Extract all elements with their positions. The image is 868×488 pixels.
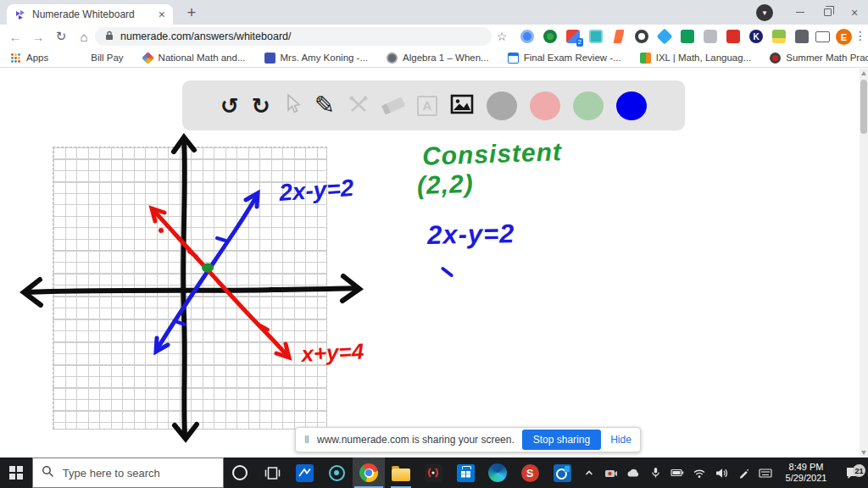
apps-shortcut[interactable]: Apps xyxy=(10,53,48,64)
redo-icon[interactable]: ↻ xyxy=(252,95,270,117)
taskbar-file-explorer-button[interactable] xyxy=(385,458,417,488)
taskbar-task-view-button[interactable] xyxy=(256,458,288,488)
text-tool-icon[interactable]: A xyxy=(417,96,437,116)
taskbar-cortana-button[interactable] xyxy=(224,458,256,488)
bookmark-item-koning[interactable]: Mrs. Amy Koning -... xyxy=(264,53,369,64)
tablet-extension-icon[interactable] xyxy=(772,30,786,43)
taskbar-s-app-button[interactable]: S xyxy=(514,458,546,488)
record-circle-icon xyxy=(329,465,345,481)
blue-point-tick xyxy=(177,322,185,324)
action-center-button[interactable]: 21 xyxy=(836,466,868,480)
address-bar[interactable]: numerade.com/answers/whiteboard/ xyxy=(95,27,492,46)
plus-extension-icon[interactable] xyxy=(543,30,557,43)
edge-icon xyxy=(488,463,507,482)
note-equation: 2x-y=2 xyxy=(427,219,515,251)
gray-extension-icon[interactable] xyxy=(704,30,717,43)
close-window-button[interactable]: × xyxy=(841,0,868,25)
forward-icon[interactable]: → xyxy=(28,25,48,48)
taskbar-recorder-button[interactable] xyxy=(320,458,353,488)
color-swatch-green[interactable] xyxy=(573,92,604,120)
flag-extension-icon[interactable] xyxy=(613,30,624,43)
notification-count-badge: 21 xyxy=(853,464,865,477)
color-swatch-blue-selected[interactable] xyxy=(616,92,647,120)
red-line-label: x+y=4 xyxy=(299,338,365,367)
puzzle-extensions-icon[interactable] xyxy=(795,30,809,43)
hide-share-bar-link[interactable]: Hide xyxy=(610,434,632,446)
bookmark-item-ixl[interactable]: IXL | Math, Languag... xyxy=(640,53,752,64)
pen-icon[interactable] xyxy=(732,468,754,479)
scroll-up-arrow-icon[interactable] xyxy=(861,71,866,75)
ring-extension-icon[interactable] xyxy=(635,30,648,43)
audio-app-icon xyxy=(425,464,442,482)
bookmark-item-final-exam[interactable]: Final Exam Review -... xyxy=(508,53,621,64)
back-icon[interactable]: ← xyxy=(5,25,25,48)
color-swatch-pink[interactable] xyxy=(530,92,560,120)
taskbar-search[interactable] xyxy=(32,458,224,488)
taskbar-chrome-button[interactable] xyxy=(353,458,385,488)
taskbar-audio-app-button[interactable] xyxy=(417,458,449,488)
search-input[interactable] xyxy=(61,466,214,480)
diamond-extension-icon[interactable] xyxy=(656,28,672,44)
url-text[interactable]: numerade.com/answers/whiteboard/ xyxy=(120,30,292,42)
speaker-icon[interactable] xyxy=(710,468,732,479)
scrollbar-thumb[interactable] xyxy=(860,80,867,134)
bookmark-item-national-math[interactable]: National Math and... xyxy=(142,53,246,64)
onedrive-cloud-icon[interactable] xyxy=(622,468,644,478)
outlook-icon xyxy=(554,464,571,482)
taskbar-store-button[interactable] xyxy=(449,458,481,488)
home-icon[interactable]: ⌂ xyxy=(74,25,94,48)
graph-drawing[interactable]: 2x-y=2 x+y=4 xyxy=(17,128,398,458)
pen-tool-icon[interactable]: ✎ xyxy=(314,93,335,118)
cast-icon[interactable] xyxy=(815,31,830,42)
red-point-dot xyxy=(159,228,164,233)
scroll-down-arrow-icon[interactable] xyxy=(861,451,866,455)
shapes-tool-icon[interactable] xyxy=(348,93,370,119)
image-tool-icon[interactable] xyxy=(450,94,474,118)
tray-chevron-up-icon[interactable] xyxy=(578,468,600,478)
flask-extension-icon[interactable]: 2 xyxy=(566,30,580,43)
bookmark-item-summer-math[interactable]: Summer Math Pract... xyxy=(770,53,868,64)
reload-icon[interactable]: ↻ xyxy=(51,25,71,48)
taskbar-edge-button[interactable] xyxy=(481,458,514,488)
wifi-icon[interactable] xyxy=(688,468,710,479)
extension-badge: 2 xyxy=(576,38,583,47)
camera-extension-icon[interactable] xyxy=(589,30,603,43)
tray-camera-app-icon[interactable] xyxy=(600,468,622,479)
close-tab-icon[interactable]: × xyxy=(159,8,165,20)
chrome-icon xyxy=(359,463,378,482)
wordpress-icon xyxy=(387,53,398,64)
bookmark-item-algebra1[interactable]: Algebra 1 – When... xyxy=(387,53,489,64)
browser-menu-icon[interactable]: ⋮ xyxy=(854,29,866,42)
globe-extension-icon[interactable] xyxy=(520,30,534,43)
eraser-tool-icon[interactable] xyxy=(381,97,406,115)
restore-button[interactable] xyxy=(814,0,841,25)
touch-keyboard-icon[interactable] xyxy=(754,469,776,478)
browser-toolbar: ← → ↻ ⌂ numerade.com/answers/whiteboard/… xyxy=(0,25,868,48)
cursor-tool-icon[interactable] xyxy=(283,93,302,119)
bookmark-label: Final Exam Review -... xyxy=(524,53,621,63)
page-scrollbar[interactable] xyxy=(860,69,868,458)
cortana-icon xyxy=(232,465,248,480)
taskbar-clock[interactable]: 8:49 PM 5/29/2021 xyxy=(776,462,836,484)
tab-numerade-whiteboard[interactable]: Numerade Whiteboard × xyxy=(7,4,173,25)
profile-avatar[interactable]: E xyxy=(836,29,852,45)
y-axis xyxy=(183,140,185,435)
stop-sharing-button[interactable]: Stop sharing xyxy=(522,430,601,450)
colored-x-icon xyxy=(142,52,154,64)
k-extension-icon[interactable]: K xyxy=(749,30,763,43)
battery-icon[interactable] xyxy=(666,469,688,477)
taskbar-mail-button[interactable] xyxy=(288,458,320,488)
bookmark-label: Bill Pay xyxy=(91,53,123,63)
microphone-icon[interactable] xyxy=(644,467,666,479)
bookmark-item-bill-pay[interactable]: Bill Pay xyxy=(91,53,123,63)
color-swatch-gray[interactable] xyxy=(487,92,517,120)
media-controls-icon[interactable]: ▾ xyxy=(756,4,773,21)
start-button[interactable] xyxy=(0,458,32,488)
undo-icon[interactable]: ↺ xyxy=(220,95,239,117)
pdf-extension-icon[interactable] xyxy=(726,30,740,43)
minimize-button[interactable] xyxy=(787,0,814,25)
taskbar-outlook-button[interactable] xyxy=(546,458,578,488)
bookmark-star-icon[interactable]: ☆ xyxy=(492,25,512,48)
screencast-extension-icon[interactable] xyxy=(681,30,694,43)
new-tab-button[interactable]: + xyxy=(181,3,202,23)
